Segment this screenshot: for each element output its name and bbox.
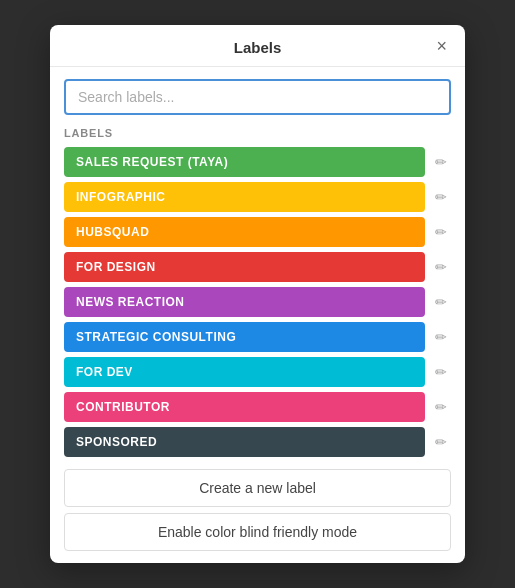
label-badge-sales-request[interactable]: SALES REQUEST (TAYA) — [64, 147, 425, 177]
label-row: STRATEGIC CONSULTING✏ — [64, 322, 451, 352]
label-row: FOR DEV✏ — [64, 357, 451, 387]
label-edit-button-hubsquad[interactable]: ✏ — [431, 220, 451, 244]
create-new-label-button[interactable]: Create a new label — [64, 469, 451, 507]
label-row: CONTRIBUTOR✏ — [64, 392, 451, 422]
search-input[interactable] — [64, 79, 451, 115]
label-edit-button-infographic[interactable]: ✏ — [431, 185, 451, 209]
pencil-icon: ✏ — [435, 189, 447, 205]
label-row: SALES REQUEST (TAYA)✏ — [64, 147, 451, 177]
modal-body: LABELS SALES REQUEST (TAYA)✏INFOGRAPHIC✏… — [50, 67, 465, 469]
modal-title: Labels — [234, 39, 282, 56]
labels-modal: Labels × LABELS SALES REQUEST (TAYA)✏INF… — [50, 25, 465, 563]
label-edit-button-for-dev[interactable]: ✏ — [431, 360, 451, 384]
pencil-icon: ✏ — [435, 364, 447, 380]
pencil-icon: ✏ — [435, 224, 447, 240]
labels-section-header: LABELS — [64, 127, 451, 139]
label-edit-button-strategic-consulting[interactable]: ✏ — [431, 325, 451, 349]
label-row: NEWS REACTION✏ — [64, 287, 451, 317]
label-badge-for-design[interactable]: FOR DESIGN — [64, 252, 425, 282]
label-badge-contributor[interactable]: CONTRIBUTOR — [64, 392, 425, 422]
label-badge-for-dev[interactable]: FOR DEV — [64, 357, 425, 387]
label-edit-button-contributor[interactable]: ✏ — [431, 395, 451, 419]
label-row: SPONSORED✏ — [64, 427, 451, 457]
label-row: FOR DESIGN✏ — [64, 252, 451, 282]
label-edit-button-sponsored[interactable]: ✏ — [431, 430, 451, 454]
pencil-icon: ✏ — [435, 259, 447, 275]
close-button[interactable]: × — [432, 35, 451, 57]
pencil-icon: ✏ — [435, 399, 447, 415]
label-edit-button-for-design[interactable]: ✏ — [431, 255, 451, 279]
label-badge-news-reaction[interactable]: NEWS REACTION — [64, 287, 425, 317]
label-badge-hubsquad[interactable]: HUBSQUAD — [64, 217, 425, 247]
label-row: INFOGRAPHIC✏ — [64, 182, 451, 212]
labels-list: SALES REQUEST (TAYA)✏INFOGRAPHIC✏HUBSQUA… — [64, 147, 451, 457]
label-row: HUBSQUAD✏ — [64, 217, 451, 247]
pencil-icon: ✏ — [435, 294, 447, 310]
pencil-icon: ✏ — [435, 154, 447, 170]
label-badge-infographic[interactable]: INFOGRAPHIC — [64, 182, 425, 212]
label-badge-sponsored[interactable]: SPONSORED — [64, 427, 425, 457]
color-blind-mode-button[interactable]: Enable color blind friendly mode — [64, 513, 451, 551]
pencil-icon: ✏ — [435, 329, 447, 345]
modal-header: Labels × — [50, 25, 465, 67]
pencil-icon: ✏ — [435, 434, 447, 450]
label-badge-strategic-consulting[interactable]: STRATEGIC CONSULTING — [64, 322, 425, 352]
label-edit-button-news-reaction[interactable]: ✏ — [431, 290, 451, 314]
modal-footer: Create a new label Enable color blind fr… — [50, 469, 465, 563]
label-edit-button-sales-request[interactable]: ✏ — [431, 150, 451, 174]
